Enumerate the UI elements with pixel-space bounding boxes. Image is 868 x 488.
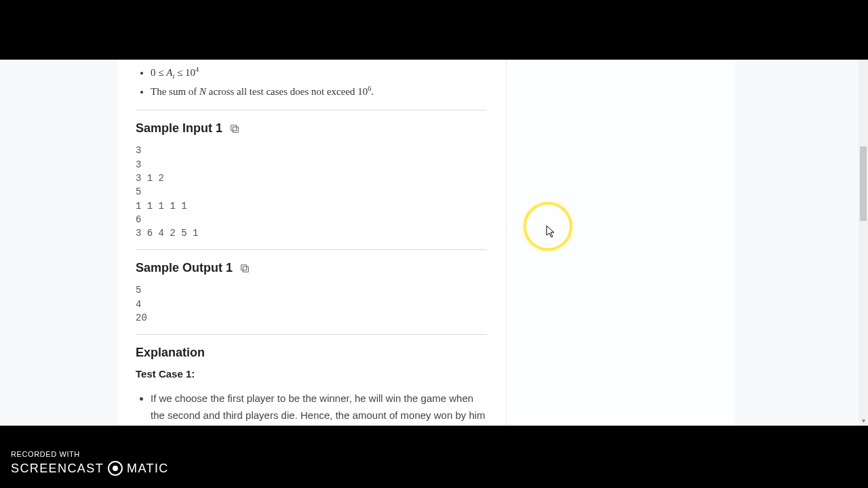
problem-statement-pane: 0 ≤ Ai ≤ 104 The sum of N across all tes…: [118, 60, 506, 426]
scrollbar-thumb[interactable]: [860, 146, 867, 221]
svg-rect-2: [243, 266, 248, 272]
recording-watermark: RECORDED WITH SCREENCAST MATIC: [11, 450, 169, 476]
sample-output-heading: Sample Output 1: [136, 261, 487, 275]
problem-panel: 0 ≤ Ai ≤ 104 The sum of N across all tes…: [118, 60, 735, 426]
sample-input-block: 3 3 3 1 2 5 1 1 1 1 1 6 3 6 4 2 5 1: [136, 144, 487, 240]
constraint-text: The sum of: [151, 86, 199, 97]
content-viewport: 0 ≤ Ai ≤ 104 The sum of N across all tes…: [0, 60, 868, 426]
scroll-down-arrow[interactable]: ▾: [859, 416, 868, 426]
target-icon: [108, 461, 123, 476]
constraint-item: 0 ≤ Ai ≤ 104: [151, 64, 487, 83]
svg-rect-3: [241, 265, 247, 270]
copy-icon[interactable]: [239, 263, 250, 274]
explanation-item: If we choose the first player to be the …: [151, 390, 487, 426]
section-divider: [136, 110, 487, 110]
svg-rect-0: [233, 127, 238, 132]
section-divider: [136, 334, 487, 335]
scrollbar-track[interactable]: [859, 60, 868, 426]
section-divider: [136, 249, 487, 250]
constraints-list: 0 ≤ Ai ≤ 104 The sum of N across all tes…: [136, 64, 487, 100]
svg-rect-1: [231, 125, 237, 131]
explanation-heading: Explanation: [136, 346, 487, 360]
editor-pane[interactable]: [507, 60, 735, 426]
sample-input-heading: Sample Input 1: [136, 121, 487, 136]
sample-output-block: 5 4 20: [136, 283, 487, 325]
watermark-brand: SCREENCAST MATIC: [11, 461, 169, 476]
copy-icon[interactable]: [229, 123, 240, 134]
explanation-list: If we choose the first player to be the …: [136, 390, 487, 426]
watermark-top: RECORDED WITH: [11, 450, 169, 458]
test-case-label: Test Case 1:: [136, 368, 487, 380]
constraint-item: The sum of N across all test cases does …: [151, 83, 487, 101]
